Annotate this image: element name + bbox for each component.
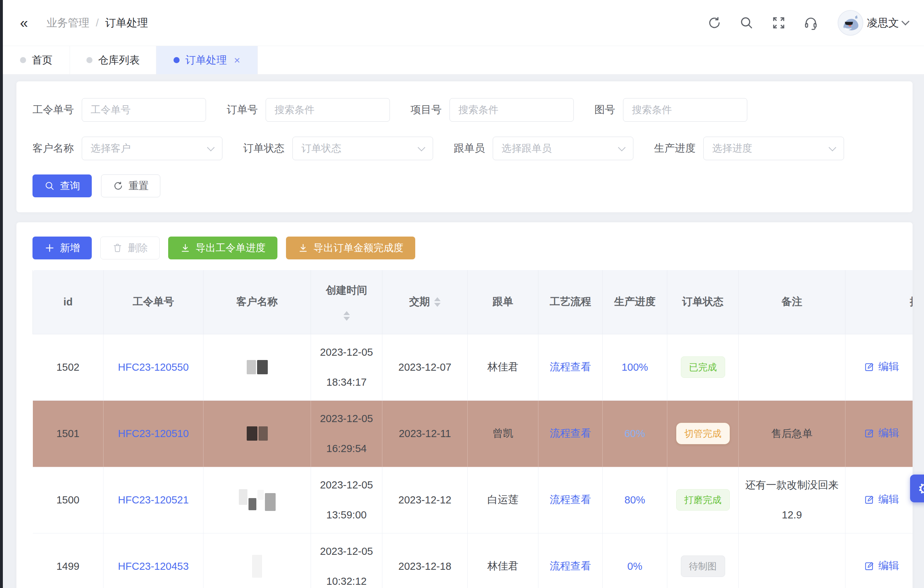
user-menu[interactable]: 凌思文 bbox=[835, 10, 908, 36]
redacted-customer-name bbox=[247, 360, 268, 374]
edit-icon bbox=[864, 560, 875, 571]
headset-icon[interactable] bbox=[803, 15, 819, 31]
user-name: 凌思文 bbox=[867, 16, 899, 30]
sort-carets[interactable] bbox=[434, 297, 441, 307]
tab[interactable]: 首页 bbox=[3, 46, 70, 74]
column-header: 备注 bbox=[739, 270, 845, 334]
cell-follower: 林佳君 bbox=[468, 334, 538, 400]
column-header: 创建时间 bbox=[311, 270, 383, 334]
filter-input[interactable] bbox=[266, 98, 390, 122]
select-placeholder: 订单状态 bbox=[301, 142, 342, 155]
filter-input[interactable] bbox=[623, 98, 747, 122]
status-badge: 待制图 bbox=[681, 555, 725, 577]
order-number-link[interactable]: HFC23-120521 bbox=[118, 494, 188, 506]
cell-order-no: HFC23-120521 bbox=[104, 467, 203, 533]
filter-label: 生产进度 bbox=[654, 141, 696, 156]
filter-select[interactable]: 订单状态 bbox=[292, 137, 433, 160]
plus-icon bbox=[44, 243, 55, 253]
column-header: 订单状态 bbox=[667, 270, 739, 334]
cell-follower: 曾凯 bbox=[468, 400, 538, 467]
cell-progress: 100% bbox=[603, 334, 667, 400]
tab-close-icon[interactable]: × bbox=[234, 55, 240, 66]
table-header-row: id工令单号客户名称创建时间交期跟单工艺流程生产进度订单状态备注操作 bbox=[33, 270, 913, 334]
cell-follower: 林佳君 bbox=[468, 533, 538, 588]
tab[interactable]: 订单处理 × bbox=[157, 46, 258, 74]
process-view-link[interactable]: 流程查看 bbox=[550, 361, 591, 372]
progress-link[interactable]: 60% bbox=[624, 428, 645, 439]
filter-select[interactable]: 选择客户 bbox=[82, 137, 223, 160]
order-processing-page: « 业务管理 / 订单处理 bbox=[0, 0, 924, 588]
select-placeholder: 选择跟单员 bbox=[502, 142, 552, 155]
download-icon bbox=[180, 243, 191, 253]
redacted-customer-name bbox=[252, 555, 262, 578]
cell-status: 已完成 bbox=[667, 334, 739, 400]
edit-link[interactable]: 编辑 bbox=[864, 492, 899, 507]
cell-actions: 编辑 bbox=[845, 533, 913, 588]
reset-button[interactable]: 重置 bbox=[101, 175, 160, 197]
settings-gear-button[interactable]: ⚙ bbox=[910, 474, 924, 502]
fullscreen-icon[interactable] bbox=[771, 15, 787, 31]
cell-customer bbox=[203, 533, 311, 588]
export-amount-button[interactable]: 导出订单金额完成度 bbox=[286, 237, 415, 259]
table-row[interactable]: 1501 HFC23-120510 2023-12-05 16:29:54 20… bbox=[33, 400, 913, 467]
filter-field: 跟单员 选择跟单员 bbox=[454, 137, 634, 160]
filter-label: 订单号 bbox=[227, 103, 258, 117]
status-badge: 打磨完成 bbox=[676, 489, 730, 511]
cell-progress: 80% bbox=[603, 467, 667, 533]
order-number-link[interactable]: HFC23-120550 bbox=[118, 361, 188, 373]
breadcrumb-parent[interactable]: 业务管理 bbox=[46, 16, 89, 30]
tab-dot-icon bbox=[20, 57, 26, 63]
chevron-down-icon bbox=[829, 143, 836, 151]
table-row[interactable]: 1502 HFC23-120550 2023-12-05 18:34:17 20… bbox=[33, 334, 913, 400]
process-view-link[interactable]: 流程查看 bbox=[550, 427, 591, 439]
breadcrumb: 业务管理 / 订单处理 bbox=[46, 16, 148, 30]
cell-order-no: HFC23-120453 bbox=[104, 533, 203, 588]
order-number-link[interactable]: HFC23-120510 bbox=[118, 428, 188, 439]
search-icon[interactable] bbox=[738, 15, 755, 31]
progress-link[interactable]: 80% bbox=[624, 494, 645, 506]
process-view-link[interactable]: 流程查看 bbox=[550, 560, 591, 572]
cell-progress: 0% bbox=[603, 533, 667, 588]
delete-button[interactable]: 删除 bbox=[100, 237, 160, 259]
add-button[interactable]: 新增 bbox=[33, 237, 92, 259]
filter-label: 项目号 bbox=[411, 103, 442, 117]
table-row[interactable]: 1500 HFC23-120521 2023-12-05 13:59:00 20… bbox=[33, 467, 913, 533]
edit-link[interactable]: 编辑 bbox=[864, 426, 899, 440]
filter-select[interactable]: 选择进度 bbox=[703, 137, 844, 160]
process-view-link[interactable]: 流程查看 bbox=[550, 494, 591, 505]
table-row[interactable]: 1499 HFC23-120453 2023-12-05 10:32:12 20… bbox=[33, 533, 913, 588]
export-progress-button[interactable]: 导出工令单进度 bbox=[168, 237, 277, 259]
filter-input[interactable] bbox=[82, 98, 206, 122]
filter-input[interactable] bbox=[449, 98, 574, 122]
avatar[interactable] bbox=[838, 10, 863, 36]
filter-label: 订单状态 bbox=[243, 141, 285, 156]
refresh-icon[interactable] bbox=[706, 15, 723, 31]
edit-link[interactable]: 编辑 bbox=[864, 360, 899, 374]
search-button[interactable]: 查询 bbox=[33, 175, 92, 197]
order-number-link[interactable]: HFC23-120453 bbox=[118, 560, 188, 572]
filter-label: 图号 bbox=[594, 103, 615, 117]
progress-link[interactable]: 100% bbox=[622, 361, 648, 373]
sort-carets[interactable] bbox=[343, 311, 350, 321]
column-header: id bbox=[33, 270, 104, 334]
cell-id: 1499 bbox=[33, 533, 104, 588]
column-header: 客户名称 bbox=[203, 270, 311, 334]
cell-due-date: 2023-12-12 bbox=[383, 467, 468, 533]
cell-remark: 还有一款改制没回来12.9 bbox=[739, 467, 845, 533]
cell-actions: 编辑 bbox=[845, 400, 913, 467]
redacted-customer-name bbox=[239, 491, 276, 509]
tab-label: 首页 bbox=[32, 53, 53, 68]
progress-link[interactable]: 0% bbox=[627, 560, 642, 572]
cell-created: 2023-12-05 13:59:00 bbox=[311, 467, 383, 533]
collapse-sidebar-icon[interactable]: « bbox=[20, 16, 28, 30]
column-header: 操作 bbox=[845, 270, 913, 334]
cell-remark: 售后急单 bbox=[739, 400, 845, 467]
filter-select[interactable]: 选择跟单员 bbox=[493, 137, 634, 160]
cell-order-no: HFC23-120550 bbox=[104, 334, 203, 400]
cell-order-no: HFC23-120510 bbox=[104, 400, 203, 467]
edit-link[interactable]: 编辑 bbox=[864, 559, 899, 573]
filter-field: 生产进度 选择进度 bbox=[654, 137, 844, 160]
tab[interactable]: 仓库列表 bbox=[70, 46, 157, 74]
filter-label: 工令单号 bbox=[33, 103, 74, 117]
refresh-icon bbox=[113, 181, 124, 191]
